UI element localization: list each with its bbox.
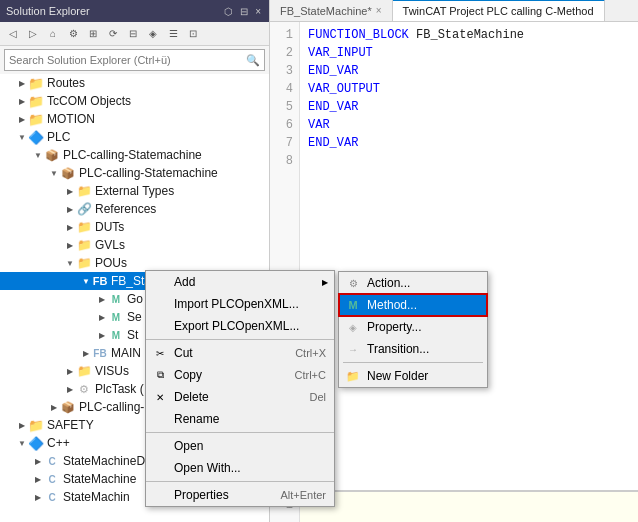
ctx-cut-label: Cut	[174, 346, 193, 360]
ctx-sep3	[146, 481, 334, 482]
ctx-sep2	[146, 432, 334, 433]
copy-icon: ⧉	[152, 367, 168, 383]
submenu-action-label: Action...	[367, 276, 410, 290]
panel-header: Solution Explorer ⬡ ⊟ ×	[0, 0, 269, 22]
plccalling2-label: PLC-calling-Statemachine	[79, 166, 218, 180]
dock-icon[interactable]: ⊟	[238, 5, 250, 18]
submenu-newfolder-label: New Folder	[367, 369, 428, 383]
pous-label: POUs	[95, 256, 127, 270]
statemachinedev-label: StateMachineDe	[63, 454, 152, 468]
cut-icon: ✂	[152, 345, 168, 361]
forward-button[interactable]: ▷	[24, 25, 42, 43]
filter-button[interactable]: ◈	[144, 25, 162, 43]
property-icon: ◈	[345, 319, 361, 335]
external-label: External Types	[95, 184, 174, 198]
tree-item-plc[interactable]: ▼ 🔷 PLC	[0, 128, 269, 146]
submenu-add: ⚙ Action... M Method... ◈ Property...	[338, 271, 488, 388]
ctx-item-cut[interactable]: ✂ Cut Ctrl+X	[146, 342, 334, 364]
export-icon	[152, 318, 168, 334]
tree-item-gvls[interactable]: ▶ 📁 GVLs	[0, 236, 269, 254]
ctx-item-properties[interactable]: Properties Alt+Enter	[146, 484, 334, 506]
tree-item-duts[interactable]: ▶ 📁 DUTs	[0, 218, 269, 236]
explorer-toolbar: ◁ ▷ ⌂ ⚙ ⊞ ⟳ ⊟ ◈ ☰ ⊡	[0, 22, 269, 46]
ctx-item-add[interactable]: Add ⚙ Action... M Method... ◈	[146, 271, 334, 293]
ctx-item-open[interactable]: Open	[146, 435, 334, 457]
cpp-label: C++	[47, 436, 70, 450]
code-line-2: VAR_INPUT	[308, 44, 630, 62]
collapse-button[interactable]: ⊟	[124, 25, 142, 43]
ctx-importplc-label: Import PLCOpenXML...	[174, 297, 299, 311]
ctx-item-openwith[interactable]: Open With...	[146, 457, 334, 479]
pin-icon[interactable]: ⬡	[222, 5, 235, 18]
submenu-method[interactable]: M Method...	[339, 294, 487, 316]
search-icon[interactable]: 🔍	[242, 52, 264, 69]
ctx-item-copy[interactable]: ⧉ Copy Ctrl+C	[146, 364, 334, 386]
submenu-transition[interactable]: → Transition...	[339, 338, 487, 360]
tab-fbstatemachine[interactable]: FB_StateMachine* ×	[270, 0, 393, 21]
properties-button[interactable]: ☰	[164, 25, 182, 43]
code-line-s2-1	[308, 496, 630, 514]
code-content-2[interactable]	[300, 492, 638, 522]
motion-label: MOTION	[47, 112, 95, 126]
delete-icon: ✕	[152, 389, 168, 405]
code-line-3: END_VAR	[308, 62, 630, 80]
submenu-method-label: Method...	[367, 298, 417, 312]
tree-item-external[interactable]: ▶ 📁 External Types	[0, 182, 269, 200]
home-button[interactable]: ⌂	[44, 25, 62, 43]
routes-label: Routes	[47, 76, 85, 90]
plccalling1-label: PLC-calling-Statemachine	[63, 148, 202, 162]
ctx-add-label: Add	[174, 275, 195, 289]
tree-item-routes[interactable]: ▶ 📁 Routes	[0, 74, 269, 92]
tree-item-references[interactable]: ▶ 🔗 References	[0, 200, 269, 218]
tab-twincat[interactable]: TwinCAT Project PLC calling C-Method	[393, 0, 605, 21]
code-line-8	[308, 152, 630, 170]
ctx-item-importplc[interactable]: Import PLCOpenXML...	[146, 293, 334, 315]
tree-item-plccalling1[interactable]: ▼ 📦 PLC-calling-Statemachine	[0, 146, 269, 164]
context-menu: Add ⚙ Action... M Method... ◈	[145, 270, 335, 507]
duts-label: DUTs	[95, 220, 124, 234]
tree-item-tccom[interactable]: ▶ 📁 TcCOM Objects	[0, 92, 269, 110]
tab-twincat-label: TwinCAT Project PLC calling C-Method	[403, 5, 594, 17]
back-button[interactable]: ◁	[4, 25, 22, 43]
st-label: St	[127, 328, 138, 342]
tccom-label: TcCOM Objects	[47, 94, 131, 108]
propsheet-icon	[152, 487, 168, 503]
statemachine3-label: StateMachin	[63, 490, 130, 504]
new-solution-button[interactable]: ⊞	[84, 25, 102, 43]
tree-item-plccalling2[interactable]: ▼ 📦 PLC-calling-Statemachine	[0, 164, 269, 182]
ctx-item-delete[interactable]: ✕ Delete Del	[146, 386, 334, 408]
tab-close-fbstate[interactable]: ×	[376, 5, 382, 16]
ctx-delete-shortcut: Del	[289, 391, 326, 403]
action-icon: ⚙	[345, 275, 361, 291]
visus-label: VISUs	[95, 364, 129, 378]
panel-header-icons: ⬡ ⊟ ×	[222, 5, 263, 18]
ctx-openwith-label: Open With...	[174, 461, 241, 475]
refresh-button[interactable]: ⟳	[104, 25, 122, 43]
settings-button[interactable]: ⚙	[64, 25, 82, 43]
code-line-5: END_VAR	[308, 98, 630, 116]
ctx-rename-label: Rename	[174, 412, 219, 426]
references-label: References	[95, 202, 156, 216]
plccalling3-label: PLC-calling-	[79, 400, 144, 414]
tree-item-motion[interactable]: ▶ 📁 MOTION	[0, 110, 269, 128]
close-icon[interactable]: ×	[253, 5, 263, 18]
ctx-cut-shortcut: Ctrl+X	[275, 347, 326, 359]
openwith-icon	[152, 460, 168, 476]
statemachine2-label: StateMachine	[63, 472, 136, 486]
search-input[interactable]	[5, 52, 242, 68]
newfolder-icon: 📁	[345, 368, 361, 384]
submenu-property-label: Property...	[367, 320, 421, 334]
code-content[interactable]: FUNCTION_BLOCK FB_StateMachine VAR_INPUT…	[300, 22, 638, 490]
view-button[interactable]: ⊡	[184, 25, 202, 43]
ctx-item-exportplc[interactable]: Export PLCOpenXML...	[146, 315, 334, 337]
code-line-6: VAR	[308, 116, 630, 134]
ctx-item-rename[interactable]: Rename	[146, 408, 334, 430]
transition-icon: →	[345, 341, 361, 357]
ctx-copy-label: Copy	[174, 368, 202, 382]
submenu-property[interactable]: ◈ Property...	[339, 316, 487, 338]
submenu-newfolder[interactable]: 📁 New Folder	[339, 365, 487, 387]
submenu-action[interactable]: ⚙ Action...	[339, 272, 487, 294]
rename-icon	[152, 411, 168, 427]
ctx-exportplc-label: Export PLCOpenXML...	[174, 319, 299, 333]
code-line-7: END_VAR	[308, 134, 630, 152]
